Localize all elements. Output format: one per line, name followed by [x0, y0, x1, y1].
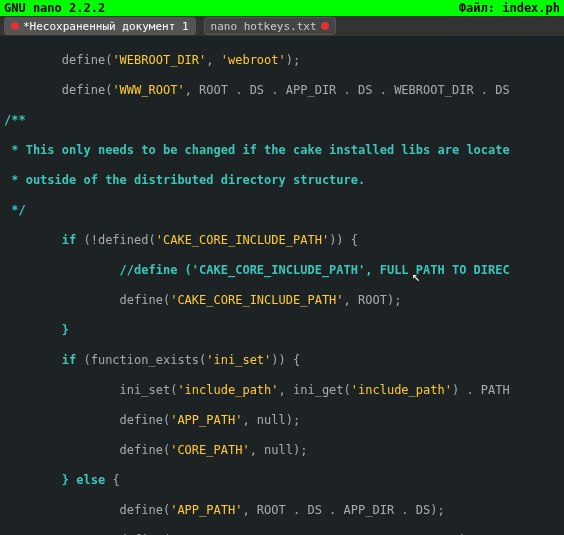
tab-label: nano hotkeys.txt [211, 20, 317, 33]
app-version: 2.2.2 [69, 1, 105, 15]
file-label: Файл: [459, 1, 495, 15]
close-icon[interactable] [11, 22, 19, 30]
editor-viewport[interactable]: define('WEBROOT_DIR', 'webroot'); define… [0, 36, 564, 535]
titlebar: GNU nano 2.2.2 Файл: index.ph [0, 0, 564, 16]
tab-unsaved-document[interactable]: *Несохраненный документ 1 [4, 17, 196, 35]
filename: index.ph [502, 1, 560, 15]
tab-bar: *Несохраненный документ 1 nano hotkeys.t… [0, 16, 564, 36]
app-name: GNU nano [4, 1, 62, 15]
tab-label: *Несохраненный документ 1 [23, 20, 189, 33]
tab-nano-hotkeys[interactable]: nano hotkeys.txt [204, 17, 336, 35]
close-icon[interactable] [321, 22, 329, 30]
